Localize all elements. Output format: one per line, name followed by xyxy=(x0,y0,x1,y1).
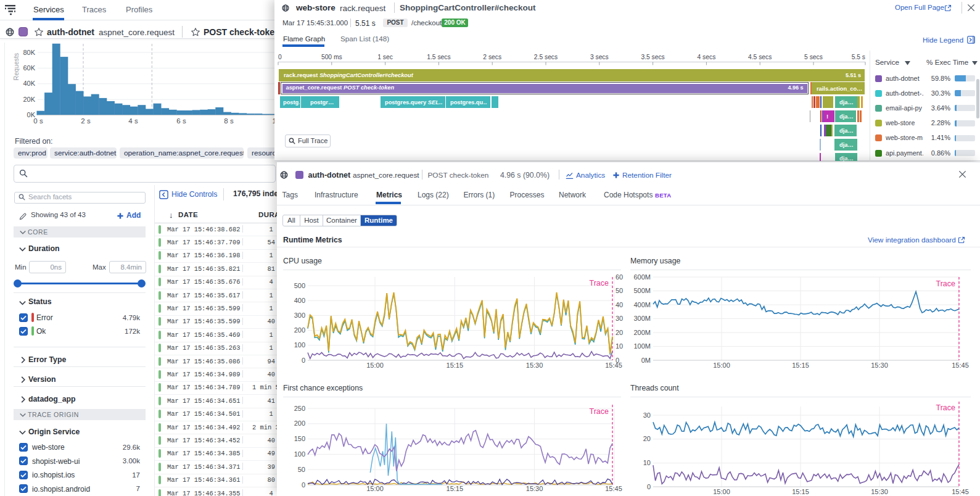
svg-text:8 s: 8 s xyxy=(224,117,234,125)
svg-text:5.5 s: 5.5 s xyxy=(852,54,865,60)
svg-text:15:15: 15:15 xyxy=(792,488,809,495)
svg-text:1 sec: 1 sec xyxy=(377,54,393,60)
svg-text:200M: 200M xyxy=(633,329,651,336)
svg-text:Trace: Trace xyxy=(590,279,609,287)
svg-text:15:15: 15:15 xyxy=(447,485,464,492)
svg-text:2 secs: 2 secs xyxy=(483,54,501,60)
svg-text:15:45: 15:45 xyxy=(952,488,969,495)
svg-text:40K: 40K xyxy=(23,80,35,87)
svg-text:4 s: 4 s xyxy=(128,117,138,125)
svg-text:80K: 80K xyxy=(23,49,35,56)
svg-text:0: 0 xyxy=(302,481,305,489)
svg-text:50: 50 xyxy=(298,466,305,473)
svg-text:300M: 300M xyxy=(633,315,651,322)
svg-text:30: 30 xyxy=(616,315,623,322)
svg-text:15:45: 15:45 xyxy=(605,485,622,492)
svg-text:30: 30 xyxy=(643,411,651,419)
svg-text:0 s: 0 s xyxy=(33,117,43,125)
svg-text:50: 50 xyxy=(616,287,623,294)
svg-text:100: 100 xyxy=(294,450,305,458)
svg-text:0M: 0M xyxy=(641,357,651,364)
svg-text:3 secs: 3 secs xyxy=(590,54,609,60)
svg-text:15:00: 15:00 xyxy=(713,488,730,495)
svg-text:15:00: 15:00 xyxy=(713,362,730,369)
svg-text:600M: 600M xyxy=(633,273,651,281)
svg-text:4 secs: 4 secs xyxy=(698,54,716,60)
svg-text:Trace: Trace xyxy=(936,403,956,412)
svg-text:400M: 400M xyxy=(633,301,651,308)
svg-text:3.5 secs: 3.5 secs xyxy=(641,54,664,60)
svg-text:0: 0 xyxy=(278,54,282,60)
svg-text:6 s: 6 s xyxy=(176,117,186,125)
svg-text:200: 200 xyxy=(294,326,305,334)
svg-text:0: 0 xyxy=(647,483,651,490)
svg-text:15:00: 15:00 xyxy=(366,362,384,369)
svg-text:15:45: 15:45 xyxy=(952,362,969,369)
svg-text:60: 60 xyxy=(616,273,623,281)
svg-text:60K: 60K xyxy=(23,64,35,72)
svg-text:Trace: Trace xyxy=(590,407,609,416)
svg-text:100: 100 xyxy=(294,341,305,349)
svg-text:40: 40 xyxy=(616,301,623,308)
svg-text:Trace: Trace xyxy=(936,279,956,288)
svg-text:20: 20 xyxy=(616,329,623,336)
svg-text:150: 150 xyxy=(294,435,305,442)
svg-text:5 secs: 5 secs xyxy=(804,54,823,60)
svg-text:400: 400 xyxy=(294,297,305,304)
svg-text:15:30: 15:30 xyxy=(526,362,543,369)
svg-text:20K: 20K xyxy=(23,96,35,103)
svg-text:100M: 100M xyxy=(633,342,651,350)
svg-text:15:15: 15:15 xyxy=(447,362,464,369)
svg-text:15:45: 15:45 xyxy=(605,362,622,369)
svg-text:2 s: 2 s xyxy=(81,117,91,125)
svg-text:300: 300 xyxy=(294,312,305,319)
svg-text:15:15: 15:15 xyxy=(792,362,809,369)
svg-text:20: 20 xyxy=(643,435,651,442)
svg-text:0: 0 xyxy=(302,357,305,364)
svg-text:15:30: 15:30 xyxy=(871,488,888,495)
svg-text:1.5 secs: 1.5 secs xyxy=(427,54,450,60)
svg-text:10: 10 xyxy=(643,459,651,466)
svg-text:15:00: 15:00 xyxy=(366,485,384,492)
svg-text:2.5 secs: 2.5 secs xyxy=(534,54,558,60)
svg-text:15:30: 15:30 xyxy=(871,362,888,369)
svg-text:10: 10 xyxy=(616,342,623,350)
svg-text:15:30: 15:30 xyxy=(526,485,543,492)
svg-text:Requests: Requests xyxy=(12,53,20,80)
svg-text:500 ms: 500 ms xyxy=(321,54,342,60)
svg-text:4.5 secs: 4.5 secs xyxy=(748,54,772,60)
svg-text:500: 500 xyxy=(294,282,305,289)
svg-text:250: 250 xyxy=(294,405,305,412)
svg-text:200: 200 xyxy=(294,420,305,427)
svg-text:500M: 500M xyxy=(633,287,651,294)
